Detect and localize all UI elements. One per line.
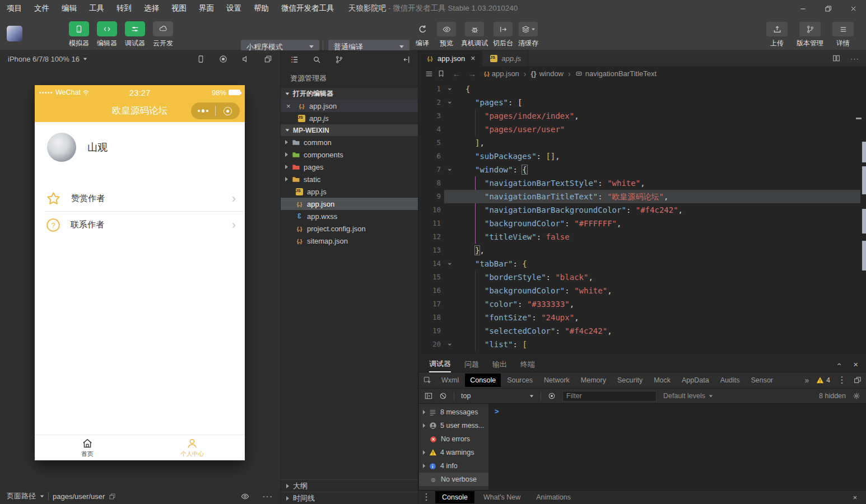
more-actions-icon[interactable]: ··· [850, 54, 859, 63]
console-filter-1[interactable]: 5 user mess... [419, 419, 488, 432]
console-filter-4[interactable]: 4 info [419, 459, 488, 473]
tabbar-item-1[interactable]: 个人中心 [140, 435, 245, 460]
tree-item-0[interactable]: common [281, 136, 418, 148]
minimize-icon[interactable] [790, 0, 816, 17]
code-line-13[interactable]: 13}, [418, 244, 860, 257]
clear-console-icon[interactable] [439, 392, 447, 400]
code-line-9[interactable]: 9"navigationBarTitleText": "欧皇源码论坛", [418, 190, 860, 203]
device-selector[interactable]: iPhone 6/7/8 100% 16 [8, 55, 80, 63]
right-action-button-2[interactable]: 详情 [832, 22, 854, 48]
code-line-15[interactable]: 15"borderStyle": "black", [418, 270, 860, 284]
breadcrumb-file[interactable]: {..} app.json [484, 69, 519, 78]
tree-item-3[interactable]: static [281, 173, 418, 185]
code-line-18[interactable]: 18"fontSize": "24upx", [418, 311, 860, 324]
code-line-11[interactable]: 11"backgroundColor": "#FFFFFF", [418, 217, 860, 230]
split-editor-icon[interactable] [832, 54, 840, 62]
more-options-icon[interactable]: ··· [838, 376, 846, 385]
action-button-2[interactable]: 真机调试 [461, 22, 488, 48]
tree-item-2[interactable]: pages [281, 161, 418, 173]
code-line-20[interactable]: 20›"list": [ [418, 338, 860, 351]
profile-menu-item-1[interactable]: ?联系作者› [35, 212, 245, 238]
sidebar-toggle-icon[interactable] [425, 392, 432, 400]
sim-toggle-button-0[interactable]: 模拟器 [65, 21, 93, 48]
menu-item-2[interactable]: 编辑 [62, 3, 77, 13]
menu-item-1[interactable]: 文件 [34, 3, 49, 13]
devtools-tab-Security[interactable]: Security [612, 374, 648, 387]
record-icon[interactable] [219, 55, 227, 63]
devtools-tab-Console[interactable]: Console [465, 374, 501, 387]
tree-item-4[interactable]: JSapp.js [281, 185, 418, 198]
console-filter-3[interactable]: 4 warnings [419, 446, 488, 459]
more-tabs-icon[interactable]: » [805, 376, 809, 385]
code-line-12[interactable]: 12"titleView": false [418, 230, 860, 244]
drawer-menu-icon[interactable]: ··· [422, 493, 431, 502]
tree-item-8[interactable]: {..}sitemap.json [281, 235, 418, 247]
menu-item-9[interactable]: 帮助 [254, 3, 269, 13]
profile-row[interactable]: 山观 [35, 122, 245, 162]
code-line-1[interactable]: 1›{ [418, 82, 860, 96]
fold-chevron-icon[interactable]: › [443, 100, 457, 105]
code-line-5[interactable]: 5], [418, 136, 860, 150]
edge-scrollbar[interactable] [862, 209, 866, 234]
branch-icon[interactable] [335, 55, 343, 64]
code-line-7[interactable]: 7›"window": { [418, 163, 860, 176]
drawer-tab-1[interactable]: What's New [477, 491, 527, 503]
action-button-3[interactable]: 切后台 [493, 22, 513, 48]
devtools-tab-Wxml[interactable]: Wxml [436, 374, 464, 387]
devtools-tab-Mock[interactable]: Mock [649, 374, 676, 387]
undock-icon[interactable] [854, 376, 862, 384]
close-miniprogram-icon[interactable] [216, 107, 240, 115]
eye-icon[interactable] [241, 492, 249, 501]
devtools-tab-Audits[interactable]: Audits [715, 374, 745, 387]
capsule-menu[interactable] [191, 102, 240, 119]
fold-chevron-icon[interactable]: › [443, 87, 457, 91]
action-button-4[interactable]: 清缓存 [518, 22, 538, 48]
context-dropdown[interactable]: top [461, 392, 534, 400]
fold-chevron-icon[interactable]: › [443, 342, 457, 347]
open-editor-1[interactable]: JSapp.js [281, 112, 418, 124]
collapse-up-icon[interactable]: › [834, 363, 843, 366]
console-filter-input[interactable] [562, 391, 657, 402]
sim-toggle-button-2[interactable]: 调试器 [121, 21, 149, 48]
multi-window-icon[interactable] [264, 55, 272, 63]
live-expression-icon[interactable] [548, 392, 556, 400]
devtools-tab-Sensor[interactable]: Sensor [746, 374, 778, 387]
profile-menu-item-0[interactable]: 赞赏作者› [35, 185, 245, 212]
right-action-button-1[interactable]: 版本管理 [797, 22, 823, 48]
forward-icon[interactable]: → [468, 69, 476, 78]
list-icon[interactable] [425, 70, 433, 78]
editor-tab-1[interactable]: JSapp.js [482, 50, 528, 66]
close-icon[interactable]: × [286, 102, 294, 110]
collapse-panel-icon[interactable] [403, 55, 411, 64]
drawer-tab-0[interactable]: Console [435, 491, 474, 503]
console-filter-5[interactable]: No verbose [419, 473, 488, 486]
devtools-tab-Sources[interactable]: Sources [502, 374, 538, 387]
menu-item-6[interactable]: 视图 [171, 3, 187, 13]
page-path-label[interactable]: 页面路径 [7, 491, 36, 501]
files-list-icon[interactable] [290, 55, 299, 64]
menu-item-5[interactable]: 选择 [144, 3, 159, 13]
simulator-toolbar-icons[interactable] [197, 55, 272, 63]
debugger-tab-0[interactable]: 调试器 [429, 356, 451, 372]
breadcrumb-object[interactable]: {} window [531, 69, 564, 78]
tree-item-5[interactable]: {..}app.json [281, 198, 418, 210]
bookmark-icon[interactable] [437, 70, 445, 77]
close-icon[interactable]: × [853, 360, 858, 369]
debugger-tab-3[interactable]: 终端 [520, 357, 535, 372]
devtools-tab-Network[interactable]: Network [539, 374, 575, 387]
console-filter-2[interactable]: No errors [419, 432, 488, 446]
open-editors-header[interactable]: 打开的编辑器 [281, 88, 418, 100]
menu-item-3[interactable]: 工具 [89, 3, 104, 13]
sim-toggle-button-3[interactable]: 云开发 [149, 21, 177, 48]
menu-item-10[interactable]: 微信开发者工具 [281, 3, 334, 13]
open-editor-0[interactable]: ×{..}app.json [281, 100, 418, 112]
sim-toggle-button-1[interactable]: 编辑器 [93, 21, 121, 48]
action-button-0[interactable]: 编译 [413, 22, 432, 48]
levels-dropdown[interactable]: Default levels [663, 392, 713, 400]
edge-scrollbar[interactable] [862, 142, 866, 162]
right-action-button-0[interactable]: 上传 [766, 22, 788, 48]
console-filter-0[interactable]: 8 messages [419, 405, 488, 419]
edge-scrollbar[interactable] [862, 241, 866, 270]
code-line-10[interactable]: 10"navigationBarBackgroundColor": "#f4c2… [418, 203, 860, 217]
tabbar-item-0[interactable]: 首页 [35, 435, 140, 460]
